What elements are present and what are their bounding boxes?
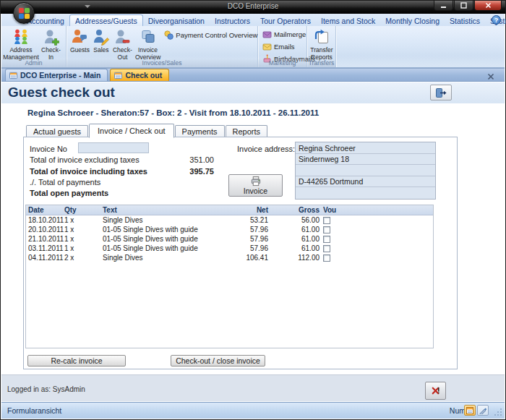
close-button[interactable] [474,1,502,11]
minimize-button[interactable] [434,1,453,11]
table-row[interactable]: 03.11.2011 1 x 01-05 Single Dives with g… [26,244,433,253]
cell-qty: 1 x [62,244,103,253]
table-row[interactable]: 21.10.2011 1 x 01-05 Single Dives with g… [26,234,433,244]
page-title: Guest check out [8,85,115,100]
window-title: DCO Enterprise [1,2,505,10]
content-area: Regina Schroeer - Sheraton:57 - Box: 2 -… [1,103,505,374]
table-row[interactable]: 20.10.2011 1 x 01-05 Single Dives with g… [26,225,433,234]
maximize-button[interactable] [454,1,473,11]
resize-grip[interactable] [492,406,503,417]
cell-text: Single Dives [103,215,225,225]
cell-qty: 2 x [62,253,103,262]
window-controls [434,1,502,11]
form-view-button[interactable] [464,405,476,416]
address-line[interactable]: Regina Schroeer [296,142,435,154]
total-excl-row: Total of invoice excluding taxes 351.00 [30,155,268,166]
cell-gross: 61.00 [268,225,320,234]
invoice-no-label: Invoice No [30,145,67,153]
col-header-voucher: Vou [320,205,433,215]
checkout-close-invoice-button[interactable]: Check-out / close invoice [171,355,265,367]
ribbon-tab-addresses-guests[interactable]: Addresses/Guests [69,14,143,26]
tab-invoice-checkout[interactable]: Invoice / Check out [89,124,174,138]
close-form-button[interactable] [425,382,446,400]
ribbon-check-out-button[interactable]: Check-Out [111,27,134,61]
document-tab-main[interactable]: DCO Enterprise - Main [5,69,108,81]
address-line[interactable] [296,165,435,176]
tab-reports[interactable]: Reports [226,125,268,137]
ribbon-tab-items-and-stock[interactable]: Items and Stock [316,15,380,26]
cell-net: 57.96 [225,244,268,253]
ribbon-tab-statistics[interactable]: Statistics [445,15,485,26]
num-lock-indicator: Num [450,406,466,415]
cell-qty: 1 x [62,215,103,225]
ribbon-tab-monthly-closing[interactable]: Monthly Closing [380,15,445,26]
ribbon-tab-tour-operators[interactable]: Tour Operators [255,15,316,26]
office-orb-button[interactable] [13,2,35,24]
document-tab-checkout[interactable]: Check out [110,69,169,81]
cell-date: 20.10.2011 [26,225,62,234]
payment-control-icon [164,30,173,40]
logged-in-text: Logged in as: SysAdmin [7,385,85,393]
table-row[interactable]: 18.10.2011 1 x Single Dives 53.21 56.00 [26,215,433,225]
ribbon-group-label-admin: Admin [1,59,66,67]
cell-net: 57.96 [225,234,268,244]
col-header-qty: Qty [62,205,103,215]
document-tab-strip: DCO Enterprise - Main Check out [1,68,505,82]
resize-grip-icon [492,406,503,417]
invoice-no-input[interactable] [78,142,149,153]
voucher-checkbox[interactable] [323,217,330,224]
office-logo-icon [19,8,30,19]
address-management-button[interactable]: Address Management [4,27,38,61]
invoice-items-table: Date Qty Text Net Gross Vou 18.10.2011 1… [25,205,434,348]
table-row[interactable]: 04.11.2011 2 x Single Dives 106.41 112.0… [26,253,433,262]
check-in-button[interactable]: Check-In [38,27,64,61]
cell-qty: 1 x [62,234,103,244]
address-management-icon [12,28,30,46]
col-header-date: Date [26,205,62,215]
cell-date: 03.11.2011 [26,244,62,253]
mailmerge-label: Mailmerge [274,30,306,38]
red-x-icon [431,386,440,395]
emails-icon [262,42,272,51]
invoice-address-block: Regina Schroeer Sindernweg 18 D-44265 Do… [295,142,436,200]
printer-icon [250,176,262,187]
voucher-checkbox[interactable] [323,245,330,252]
voucher-checkbox[interactable] [323,236,330,243]
payment-control-overview-button[interactable]: Payment Control Overview [162,30,260,40]
document-close-button[interactable] [486,71,495,80]
voucher-checkbox[interactable] [323,226,330,233]
total-open-label: Total open payments [30,189,108,197]
door-exit-icon [435,87,447,98]
transfer-reports-button[interactable]: Transfer Reports [309,27,334,61]
tab-actual-guests[interactable]: Actual guests [26,125,88,137]
ribbon-tab-instructors[interactable]: Instructors [210,15,255,26]
address-line[interactable] [296,187,435,199]
address-line[interactable]: D-44265 Dortmund [296,176,435,188]
guests-button[interactable]: Guests [69,27,91,53]
check-out-icon [113,28,131,46]
cell-text: 01-05 Single Dives with guide [103,225,225,234]
design-view-button[interactable] [477,405,489,416]
cell-date: 21.10.2011 [26,234,62,244]
table-header-row: Date Qty Text Net Gross Vou [26,205,433,215]
cell-net: 53.21 [225,215,268,225]
emails-label: Emails [274,43,295,51]
ribbon-group-label-invoices-sales: Invoices/Sales [67,59,257,67]
ribbon-group-label-transfers: Transfers [307,59,335,67]
tab-payments[interactable]: Payments [175,125,225,137]
cell-net: 106.41 [225,253,268,262]
exit-form-button[interactable] [430,85,452,100]
address-line[interactable]: Sindernweg 18 [296,154,435,166]
help-button[interactable]: ? [492,15,501,25]
view-toggle-buttons [464,405,489,416]
form-window-icon [114,72,122,80]
recalc-invoice-button[interactable]: Re-calc invoice [27,355,126,367]
ribbon-group-admin: Address Management Check-In Admin [1,26,67,67]
total-excl-value: 351.00 [156,155,214,164]
ribbon-tab-diveorganisation[interactable]: Diveorganisation [143,15,210,26]
voucher-checkbox[interactable] [323,254,330,262]
invoice-print-button[interactable]: Invoice [228,174,283,197]
invoice-overview-button[interactable]: Invoice Overview [134,27,162,61]
check-in-icon [43,28,60,46]
sales-button[interactable]: Sales [91,27,111,53]
